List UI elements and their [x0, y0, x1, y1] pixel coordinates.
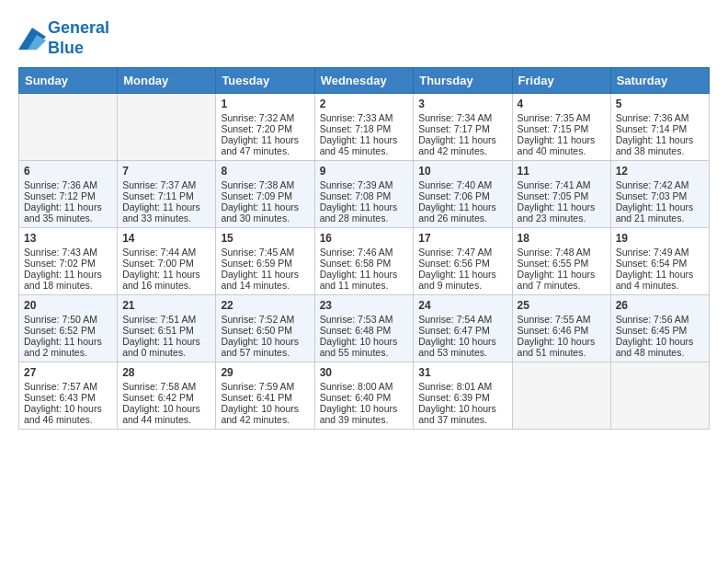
day-info-line: Sunset: 6:50 PM [221, 325, 309, 336]
day-number: 22 [221, 299, 309, 312]
calendar-day-29: 29Sunrise: 7:59 AMSunset: 6:41 PMDayligh… [216, 362, 314, 430]
calendar-week-4: 20Sunrise: 7:50 AMSunset: 6:52 PMDayligh… [19, 295, 710, 362]
day-header-monday: Monday [118, 68, 216, 94]
calendar-day-7: 7Sunrise: 7:37 AMSunset: 7:11 PMDaylight… [118, 161, 216, 228]
calendar-week-2: 6Sunrise: 7:36 AMSunset: 7:12 PMDaylight… [19, 161, 710, 228]
calendar-day-23: 23Sunrise: 7:53 AMSunset: 6:48 PMDayligh… [314, 295, 414, 362]
calendar-day-8: 8Sunrise: 7:38 AMSunset: 7:09 PMDaylight… [216, 161, 314, 228]
calendar-day-21: 21Sunrise: 7:51 AMSunset: 6:51 PMDayligh… [118, 295, 216, 362]
day-info-line: Daylight: 10 hours and 51 minutes. [518, 336, 606, 358]
day-info-line: Sunset: 6:42 PM [122, 392, 210, 403]
calendar-day-19: 19Sunrise: 7:49 AMSunset: 6:54 PMDayligh… [610, 228, 709, 295]
day-info-line: Daylight: 11 hours and 23 minutes. [518, 201, 606, 224]
day-info-line: Daylight: 10 hours and 57 minutes. [221, 336, 309, 358]
day-info-line: Daylight: 11 hours and 0 minutes. [122, 336, 210, 358]
logo: General Blue [18, 18, 109, 58]
day-number: 20 [24, 299, 112, 312]
day-info-line: Daylight: 11 hours and 45 minutes. [320, 134, 409, 156]
day-info-line: Sunrise: 8:00 AM [320, 381, 409, 392]
day-info-line: Sunset: 6:41 PM [221, 392, 309, 403]
day-info-line: Sunrise: 7:46 AM [320, 247, 409, 258]
calendar-empty-cell [512, 362, 610, 430]
calendar-day-4: 4Sunrise: 7:35 AMSunset: 7:15 PMDaylight… [512, 94, 610, 161]
day-number: 8 [221, 165, 309, 178]
calendar-day-24: 24Sunrise: 7:54 AMSunset: 6:47 PMDayligh… [414, 295, 512, 362]
day-info-line: Sunrise: 7:39 AM [320, 179, 409, 190]
day-info-line: Sunset: 6:55 PM [518, 258, 606, 269]
calendar-day-3: 3Sunrise: 7:34 AMSunset: 7:17 PMDaylight… [414, 94, 512, 161]
day-info-line: Daylight: 11 hours and 42 minutes. [418, 134, 506, 156]
day-info-line: Sunset: 7:02 PM [24, 258, 112, 269]
calendar-header-row: SundayMondayTuesdayWednesdayThursdayFrid… [19, 68, 710, 94]
calendar-day-5: 5Sunrise: 7:36 AMSunset: 7:14 PMDaylight… [610, 94, 709, 161]
day-info-line: Daylight: 10 hours and 46 minutes. [24, 403, 112, 425]
logo-icon [18, 28, 46, 50]
day-number: 13 [24, 232, 112, 245]
day-number: 5 [616, 98, 704, 110]
day-info-line: Sunset: 6:39 PM [418, 392, 506, 403]
day-number: 3 [418, 98, 506, 110]
day-info-line: Sunset: 7:06 PM [418, 190, 506, 201]
day-number: 1 [221, 98, 309, 110]
day-header-saturday: Saturday [610, 68, 709, 94]
day-number: 23 [320, 299, 409, 312]
day-info-line: Sunset: 7:12 PM [24, 190, 112, 201]
day-info-line: Sunset: 7:20 PM [221, 123, 309, 134]
day-header-sunday: Sunday [19, 68, 118, 94]
day-info-line: Sunrise: 7:32 AM [221, 112, 309, 123]
day-info-line: Daylight: 10 hours and 39 minutes. [320, 403, 409, 425]
day-info-line: Daylight: 11 hours and 18 minutes. [24, 269, 112, 291]
day-info-line: Sunset: 6:40 PM [320, 392, 409, 403]
day-number: 14 [122, 232, 210, 245]
calendar-day-26: 26Sunrise: 7:56 AMSunset: 6:45 PMDayligh… [610, 295, 709, 362]
day-info-line: Sunrise: 7:44 AM [122, 247, 210, 258]
day-info-line: Sunrise: 7:35 AM [518, 112, 606, 123]
day-info-line: Sunset: 7:09 PM [221, 190, 309, 201]
day-info-line: Daylight: 11 hours and 26 minutes. [418, 201, 506, 224]
day-info-line: Sunrise: 7:42 AM [616, 179, 704, 190]
calendar-week-1: 1Sunrise: 7:32 AMSunset: 7:20 PMDaylight… [19, 94, 710, 161]
day-number: 12 [616, 165, 704, 178]
day-number: 6 [24, 165, 112, 178]
day-header-wednesday: Wednesday [314, 68, 414, 94]
day-number: 4 [518, 98, 606, 110]
calendar-day-22: 22Sunrise: 7:52 AMSunset: 6:50 PMDayligh… [216, 295, 314, 362]
day-info-line: Sunrise: 7:54 AM [418, 314, 506, 325]
day-info-line: Sunrise: 7:57 AM [24, 381, 112, 392]
day-number: 18 [518, 232, 606, 245]
calendar-day-27: 27Sunrise: 7:57 AMSunset: 6:43 PMDayligh… [19, 362, 118, 430]
calendar-day-28: 28Sunrise: 7:58 AMSunset: 6:42 PMDayligh… [118, 362, 216, 430]
day-info-line: Sunrise: 7:50 AM [24, 314, 112, 325]
day-info-line: Sunset: 7:11 PM [122, 190, 210, 201]
day-info-line: Daylight: 11 hours and 47 minutes. [221, 134, 309, 156]
logo-text: General Blue [48, 18, 109, 58]
day-info-line: Sunrise: 7:56 AM [616, 314, 704, 325]
day-info-line: Sunset: 7:15 PM [518, 123, 606, 134]
day-info-line: Sunrise: 7:36 AM [24, 179, 112, 190]
calendar-day-16: 16Sunrise: 7:46 AMSunset: 6:58 PMDayligh… [314, 228, 414, 295]
day-info-line: Daylight: 11 hours and 30 minutes. [221, 201, 309, 224]
calendar-day-31: 31Sunrise: 8:01 AMSunset: 6:39 PMDayligh… [414, 362, 512, 430]
day-info-line: Daylight: 11 hours and 35 minutes. [24, 201, 112, 224]
calendar-day-9: 9Sunrise: 7:39 AMSunset: 7:08 PMDaylight… [314, 161, 414, 228]
calendar-day-25: 25Sunrise: 7:55 AMSunset: 6:46 PMDayligh… [512, 295, 610, 362]
day-number: 28 [122, 366, 210, 379]
day-info-line: Sunset: 6:59 PM [221, 258, 309, 269]
calendar-day-11: 11Sunrise: 7:41 AMSunset: 7:05 PMDayligh… [512, 161, 610, 228]
day-info-line: Sunrise: 7:33 AM [320, 112, 409, 123]
day-info-line: Daylight: 11 hours and 33 minutes. [122, 201, 210, 224]
day-number: 11 [518, 165, 606, 178]
day-number: 25 [518, 299, 606, 312]
day-info-line: Daylight: 11 hours and 4 minutes. [616, 269, 704, 291]
calendar-day-1: 1Sunrise: 7:32 AMSunset: 7:20 PMDaylight… [216, 94, 314, 161]
day-number: 19 [616, 232, 704, 245]
day-info-line: Sunset: 7:05 PM [518, 190, 606, 201]
calendar-day-15: 15Sunrise: 7:45 AMSunset: 6:59 PMDayligh… [216, 228, 314, 295]
day-number: 7 [122, 165, 210, 178]
day-info-line: Daylight: 11 hours and 21 minutes. [616, 201, 704, 224]
day-info-line: Sunrise: 7:52 AM [221, 314, 309, 325]
day-info-line: Sunset: 7:00 PM [122, 258, 210, 269]
day-info-line: Sunset: 7:18 PM [320, 123, 409, 134]
day-info-line: Sunset: 7:03 PM [616, 190, 704, 201]
day-info-line: Daylight: 10 hours and 37 minutes. [418, 403, 506, 425]
